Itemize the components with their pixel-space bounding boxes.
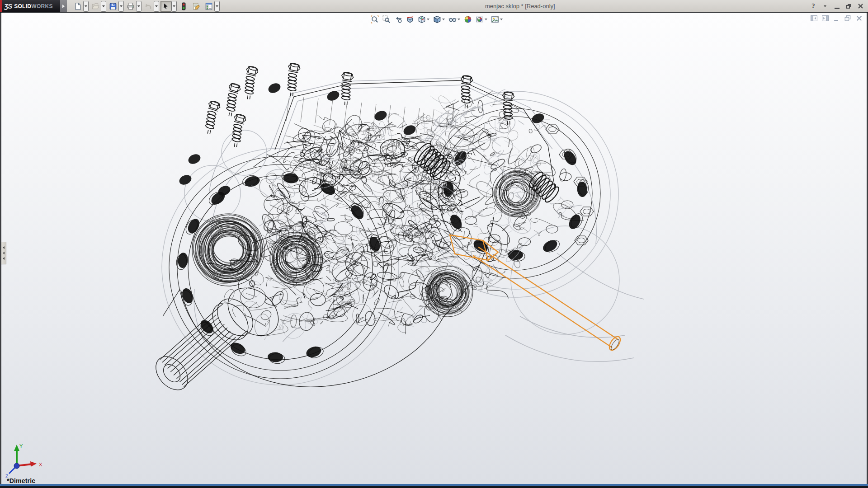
chevron-down-icon bbox=[85, 5, 87, 7]
headsup-button-section-view[interactable] bbox=[405, 14, 415, 24]
headsup-button-edit-appearance[interactable] bbox=[462, 14, 473, 24]
hide-show-items-icon bbox=[448, 15, 457, 23]
previous-view-icon bbox=[394, 15, 402, 23]
close-window-button[interactable] bbox=[855, 2, 865, 11]
chevron-down-icon bbox=[102, 5, 105, 7]
view-orientation-icon bbox=[418, 15, 426, 23]
edit-appearance-icon bbox=[464, 15, 472, 23]
toolbar-button-options-checklist[interactable] bbox=[203, 1, 214, 12]
heads-up-toolbar bbox=[369, 14, 504, 24]
feature-tree-collapse-handle[interactable] bbox=[1, 242, 6, 264]
solidworks-logo: ƷS SOLIDWORKS bbox=[0, 0, 60, 12]
zoom-to-area-icon bbox=[382, 15, 391, 23]
model-svg bbox=[1, 13, 867, 484]
main-toolbar bbox=[72, 0, 221, 12]
selected-component-rod[interactable] bbox=[450, 235, 623, 352]
toolbar-button-undo[interactable] bbox=[143, 1, 154, 12]
headsup-button-view-settings[interactable] bbox=[490, 14, 504, 24]
toolbar-button-select-cursor[interactable] bbox=[160, 1, 171, 12]
toolbar-dropdown-undo[interactable] bbox=[154, 1, 159, 12]
zoom-to-fit-icon bbox=[371, 15, 379, 23]
chevron-down-icon bbox=[427, 19, 429, 20]
chevron-left-icon bbox=[3, 252, 5, 254]
window-bottom-edge bbox=[0, 486, 868, 488]
display-style-icon bbox=[433, 15, 441, 23]
toolbar-flyout-button[interactable] bbox=[60, 0, 67, 12]
select-cursor-icon bbox=[162, 2, 170, 10]
x-axis-arrowhead bbox=[30, 461, 37, 467]
flyout-arrow-icon bbox=[62, 5, 65, 8]
close-document-button[interactable] bbox=[855, 14, 863, 22]
expand-right-pane-button[interactable] bbox=[821, 14, 829, 22]
headsup-button-previous-view[interactable] bbox=[393, 14, 404, 24]
toolbar-dropdown-print[interactable] bbox=[136, 1, 142, 12]
restore-icon bbox=[846, 5, 850, 9]
chevron-down-icon bbox=[216, 5, 218, 7]
rebuild-traffic-light-icon bbox=[179, 2, 188, 10]
toolbar-dropdown-options-checklist[interactable] bbox=[214, 1, 220, 12]
file-properties-icon bbox=[192, 2, 200, 10]
chevron-left-icon bbox=[3, 257, 5, 260]
minimize-document-button[interactable] bbox=[832, 14, 840, 22]
help-dropdown-button[interactable] bbox=[820, 2, 830, 11]
headsup-button-apply-scene[interactable] bbox=[474, 14, 489, 24]
help-button[interactable]: ? bbox=[808, 2, 818, 11]
close-icon bbox=[858, 3, 863, 9]
dassault-3ds-logo-mark: ƷS bbox=[4, 2, 12, 10]
view-orientation-label: *Dimetric bbox=[7, 477, 35, 484]
headsup-button-hide-show-items[interactable] bbox=[447, 14, 462, 24]
toolbar-dropdown-open-folder[interactable] bbox=[101, 1, 106, 12]
document-window-controls bbox=[810, 14, 863, 22]
restore-document-button[interactable] bbox=[844, 14, 852, 22]
new-document-icon bbox=[74, 2, 82, 10]
open-folder-icon bbox=[91, 2, 99, 10]
triad-origin bbox=[14, 463, 19, 469]
toolbar-dropdown-select-cursor[interactable] bbox=[171, 1, 177, 12]
toolbar-dropdown-save[interactable] bbox=[118, 1, 124, 12]
solidworks-window: ƷS SOLIDWORKS menjac sklop * [Read-only]… bbox=[0, 0, 868, 488]
titlebar: ƷS SOLIDWORKS menjac sklop * [Read-only]… bbox=[0, 0, 868, 12]
minimize-window-button[interactable] bbox=[832, 2, 842, 11]
undo-icon bbox=[144, 2, 152, 10]
window-controls: ? bbox=[808, 0, 865, 12]
toolbar-button-rebuild-traffic-light[interactable] bbox=[178, 1, 189, 12]
orientation-triad: Y X Z bbox=[3, 442, 46, 482]
headsup-button-display-style[interactable] bbox=[432, 14, 446, 24]
restore-window-button[interactable] bbox=[844, 2, 854, 11]
document-title: menjac sklop * [Read-only] bbox=[485, 3, 555, 9]
headsup-button-zoom-to-fit[interactable] bbox=[369, 14, 380, 24]
collapse-left-pane-button[interactable] bbox=[810, 14, 818, 22]
y-axis-label: Y bbox=[19, 443, 23, 449]
headsup-button-zoom-to-area[interactable] bbox=[381, 14, 392, 24]
toolbar-button-save[interactable] bbox=[108, 1, 118, 12]
y-axis-arrowhead bbox=[14, 445, 19, 451]
headsup-button-view-orientation[interactable] bbox=[416, 14, 431, 24]
toolbar-dropdown-new-document[interactable] bbox=[83, 1, 89, 12]
logo-red-accent bbox=[0, 0, 2, 12]
chevron-down-icon bbox=[824, 5, 826, 7]
save-icon bbox=[109, 2, 117, 10]
chevron-down-icon bbox=[458, 19, 460, 20]
chevron-left-icon bbox=[3, 246, 5, 249]
chevron-down-icon bbox=[173, 5, 175, 7]
brand-works: WORKS bbox=[31, 3, 53, 9]
toolbar-button-new-document[interactable] bbox=[72, 1, 83, 12]
apply-scene-icon bbox=[476, 15, 484, 23]
chevron-down-icon bbox=[500, 19, 503, 20]
toolbar-button-file-properties[interactable] bbox=[191, 1, 202, 12]
print-icon bbox=[127, 2, 135, 10]
toolbar-button-print[interactable] bbox=[125, 1, 136, 12]
x-axis-label: X bbox=[39, 462, 42, 467]
view-settings-icon bbox=[491, 15, 499, 23]
chevron-down-icon bbox=[120, 5, 123, 7]
minimize-icon bbox=[835, 8, 840, 9]
toolbar-button-open-folder[interactable] bbox=[90, 1, 101, 12]
viewport-canvas[interactable]: Y X Z *Dimetric bbox=[0, 13, 868, 484]
chevron-down-icon bbox=[442, 19, 445, 20]
chevron-down-icon bbox=[485, 19, 487, 20]
brand-solid: SOLID bbox=[14, 3, 31, 9]
section-view-icon bbox=[406, 15, 414, 23]
options-checklist-icon bbox=[205, 2, 213, 10]
chevron-down-icon bbox=[155, 5, 158, 7]
chevron-down-icon bbox=[137, 5, 140, 7]
